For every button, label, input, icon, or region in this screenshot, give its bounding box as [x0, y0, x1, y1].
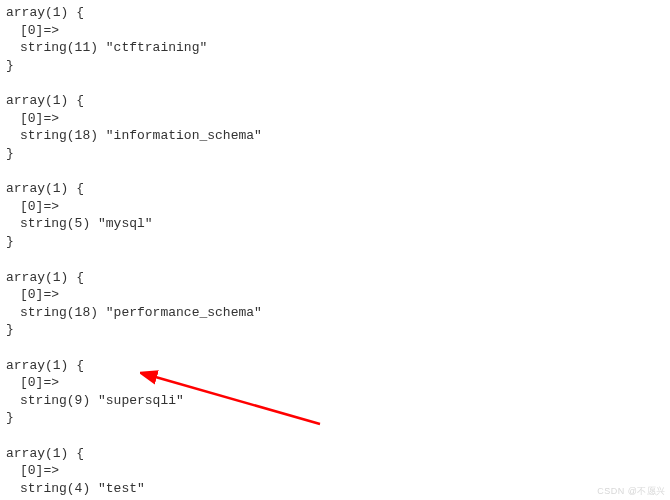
array-header: array(1) {	[6, 357, 664, 375]
array-close: }	[6, 233, 664, 251]
array-index: [0]=>	[6, 462, 664, 480]
array-block: array(1) { [0]=> string(5) "mysql" }	[6, 180, 664, 250]
array-block: array(1) { [0]=> string(18) "performance…	[6, 269, 664, 339]
array-index: [0]=>	[6, 374, 664, 392]
array-close: }	[6, 145, 664, 163]
array-close: }	[6, 57, 664, 75]
array-value: string(18) "performance_schema"	[6, 304, 664, 322]
array-block: array(1) { [0]=> string(4) "test" }	[6, 445, 664, 500]
array-block: array(1) { [0]=> string(11) "ctftraining…	[6, 4, 664, 74]
array-header: array(1) {	[6, 180, 664, 198]
array-index: [0]=>	[6, 110, 664, 128]
array-value: string(11) "ctftraining"	[6, 39, 664, 57]
array-header: array(1) {	[6, 92, 664, 110]
array-block: array(1) { [0]=> string(18) "information…	[6, 92, 664, 162]
array-header: array(1) {	[6, 4, 664, 22]
array-close: }	[6, 409, 664, 427]
array-value: string(9) "supersqli"	[6, 392, 664, 410]
array-close: }	[6, 321, 664, 339]
array-index: [0]=>	[6, 22, 664, 40]
watermark-text: CSDN @不愿兴	[597, 485, 666, 498]
array-value: string(18) "information_schema"	[6, 127, 664, 145]
array-index: [0]=>	[6, 198, 664, 216]
array-block: array(1) { [0]=> string(9) "supersqli" }	[6, 357, 664, 427]
array-value: string(5) "mysql"	[6, 215, 664, 233]
array-header: array(1) {	[6, 269, 664, 287]
array-value: string(4) "test"	[6, 480, 664, 498]
array-header: array(1) {	[6, 445, 664, 463]
array-index: [0]=>	[6, 286, 664, 304]
